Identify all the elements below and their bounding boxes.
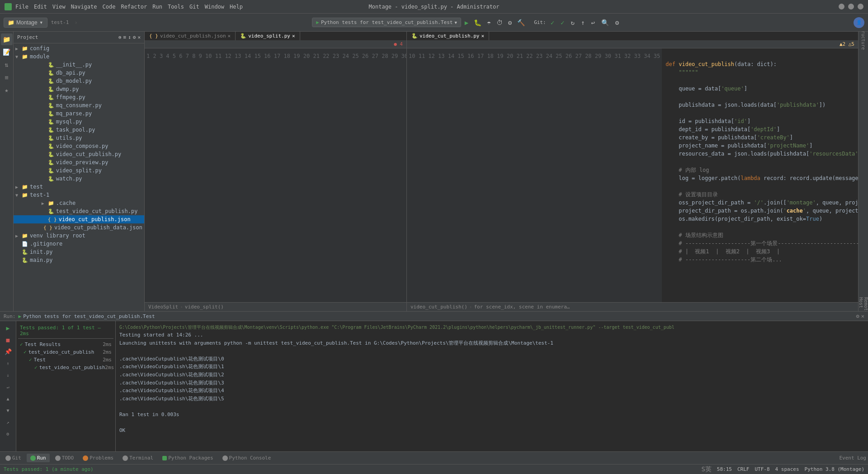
indent-setting[interactable]: 4 spaces	[775, 466, 799, 472]
tree-item-test_video_cut_publish-py[interactable]: 🐍test_video_cut_publish.py	[14, 207, 144, 215]
encoding[interactable]: UTF-8	[755, 466, 769, 472]
menu-run[interactable]: Run	[152, 4, 162, 10]
sidebar-favorites-icon[interactable]: ★	[1, 84, 13, 96]
tree-item-video_split-py[interactable]: 🐍video_split.py	[14, 166, 144, 175]
menu-tools[interactable]: Tools	[168, 4, 184, 10]
test-result-1[interactable]: ✓ test_video_cut_publish 2ms	[18, 348, 113, 356]
menu-window[interactable]: Window	[205, 4, 224, 10]
tree-item-utils-py[interactable]: 🐍utils.py	[14, 134, 144, 142]
tab-terminal[interactable]: Terminal	[119, 454, 157, 462]
coverage-button[interactable]: ☂	[485, 18, 492, 27]
close-button[interactable]	[858, 4, 863, 9]
git-undo[interactable]: ↩	[589, 18, 596, 27]
scroll-top-btn[interactable]: ⇑	[3, 358, 13, 368]
sidebar-remote-host[interactable]: Remote Host	[859, 301, 868, 309]
tree-item-video_preview-py[interactable]: 🐍video_preview.py	[14, 158, 144, 166]
run-config-selector[interactable]: ▶ Python tests for test_video_cut_publis…	[312, 18, 461, 27]
tree-item-dwmp-py[interactable]: 🐍dwmp.py	[14, 85, 144, 93]
menu-view[interactable]: View	[52, 4, 66, 10]
tree-item-task_pool-py[interactable]: 🐍task_pool.py	[14, 126, 144, 134]
tab-cut-publish-close[interactable]: ✕	[481, 33, 484, 39]
tree-item-module[interactable]: ▼📁module	[14, 52, 144, 61]
menu-refactor[interactable]: Refactor	[121, 4, 147, 10]
left-code-area[interactable]: 1 2 3 4 5 6 7 8 9 10 11 12 13 14 15 16 1…	[145, 48, 406, 302]
menu-git[interactable]: Git	[189, 4, 199, 10]
scroll-bottom-btn[interactable]: ⇓	[3, 370, 13, 380]
sidebar-structure-icon[interactable]: ≡	[1, 71, 13, 83]
tree-item-main-py[interactable]: 🐍main.py	[14, 256, 144, 264]
sidebar-pull-requests-icon[interactable]: ⇅	[1, 59, 13, 71]
test-result-2[interactable]: ✓ Test 2ms	[18, 356, 113, 364]
menu-file[interactable]: File	[15, 4, 28, 10]
tree-item-venv library root[interactable]: ▶📁venv library root	[14, 232, 144, 240]
tree-item-mq_consumer-py[interactable]: 🐍mq_consumer.py	[14, 101, 144, 109]
tree-item-mq_parse-py[interactable]: 🐍mq_parse.py	[14, 109, 144, 118]
filter-btn[interactable]: ⚙	[3, 429, 13, 439]
run-button[interactable]: ▶	[463, 18, 470, 27]
tree-item-video_cut_publish-json[interactable]: { }video_cut_publish.json	[14, 215, 144, 223]
tree-item-db_model-py[interactable]: 🐍db_model.py	[14, 77, 144, 85]
tab-split-py[interactable]: 🐍 video_split.py ✕	[236, 32, 300, 40]
tree-item-config[interactable]: ▶📁config	[14, 44, 144, 52]
tree-item-ffmpeg-py[interactable]: 🐍ffmpeg.py	[14, 93, 144, 101]
tab-json[interactable]: { } video_cut_publish.json ✕	[145, 32, 236, 40]
test-status[interactable]: Tests passed: 1 (a minute ago)	[4, 466, 94, 472]
menu-code[interactable]: Code	[103, 4, 116, 10]
project-button[interactable]: 📁 Montage ▼	[4, 18, 47, 28]
stop-button[interactable]: ■	[3, 335, 13, 345]
build-button[interactable]: 🔨	[515, 18, 527, 27]
tree-item-mysql-py[interactable]: 🐍mysql.py	[14, 118, 144, 126]
avatar[interactable]: 👤	[854, 17, 864, 28]
search-button[interactable]: 🔍	[599, 18, 611, 27]
settings-button[interactable]: ⚙	[506, 18, 514, 27]
git-push[interactable]: ↑	[579, 18, 586, 27]
collapse-icon[interactable]: ≡	[123, 34, 127, 40]
add-icon[interactable]: ⊕	[118, 34, 122, 40]
tree-item-video_compose-py[interactable]: 🐍video_compose.py	[14, 142, 144, 150]
menu-navigate[interactable]: Navigate	[71, 4, 97, 10]
right-code-area[interactable]: 10 11 12 13 14 15 16 17 18 19 20 21 22 2…	[407, 48, 858, 302]
right-code-content[interactable]: def video_cut_publish(data: dict): """""…	[662, 48, 858, 302]
test-result-3[interactable]: ✓ test_video_cut_publish 2ms	[18, 364, 113, 371]
settings-icon[interactable]: ⚙	[133, 34, 136, 40]
maximize-button[interactable]	[848, 4, 854, 9]
tab-todo[interactable]: TODO	[52, 454, 78, 462]
expand-btn[interactable]: ↗	[3, 417, 13, 427]
tab-cut-publish-py[interactable]: 🐍 video_cut_publish.py ✕	[407, 32, 489, 40]
tree-item-video_cut_publish-py[interactable]: 🐍video_cut_publish.py	[14, 150, 144, 158]
panel-settings-icon[interactable]: ⚙	[856, 313, 859, 319]
wrap-btn[interactable]: ↵	[3, 382, 13, 392]
tab-python-packages[interactable]: Python Packages	[159, 454, 217, 462]
close-icon[interactable]: ✕	[137, 34, 141, 40]
event-log-btn[interactable]: Event Log	[839, 455, 866, 461]
tree-item--cache[interactable]: ▶📁.cache	[14, 199, 144, 207]
panel-close-icon[interactable]: ✕	[861, 313, 864, 319]
menu-edit[interactable]: Edit	[34, 4, 47, 10]
rerun-button[interactable]: ▶	[3, 323, 13, 333]
tree-item-init-py[interactable]: 🐍init.py	[14, 248, 144, 256]
minimize-button[interactable]	[839, 4, 844, 9]
debug-button[interactable]: 🐛	[472, 18, 483, 27]
pin-button[interactable]: 📌	[3, 346, 13, 356]
sidebar-project-icon[interactable]: 📁	[1, 33, 13, 45]
tree-item--gitignore[interactable]: 📄.gitignore	[14, 240, 144, 248]
git-check2[interactable]: ✓	[559, 18, 566, 27]
line-ending[interactable]: CRLF	[737, 466, 750, 472]
git-fetch[interactable]: ↻	[569, 18, 576, 27]
tab-json-close[interactable]: ✕	[228, 33, 231, 39]
tree-item-watch-py[interactable]: 🐍watch.py	[14, 175, 144, 183]
tree-item-__init__-py[interactable]: 🐍__init__.py	[14, 61, 144, 69]
settings2-button[interactable]: ⚙	[613, 18, 621, 27]
tree-item-test-1[interactable]: ▼📁test-1	[14, 191, 144, 199]
sidebar-commit-icon[interactable]: 📝	[1, 46, 13, 58]
sort-icon[interactable]: ↕	[128, 34, 131, 40]
sidebar-structure-right[interactable]: Structure	[859, 33, 868, 42]
tab-problems[interactable]: Problems	[79, 454, 117, 462]
prev-btn[interactable]: ▲	[3, 393, 13, 403]
sogou-icon[interactable]: S英	[701, 465, 711, 474]
test-result-root[interactable]: ✓ Test Results 2ms	[18, 341, 113, 348]
tree-item-test[interactable]: ▶📁test	[14, 183, 144, 191]
tab-python-console[interactable]: Python Console	[219, 454, 275, 462]
tree-item-video_cut_publish_data-json[interactable]: { }video_cut_publish_data.json	[14, 223, 144, 232]
tab-git[interactable]: Git	[2, 454, 25, 462]
